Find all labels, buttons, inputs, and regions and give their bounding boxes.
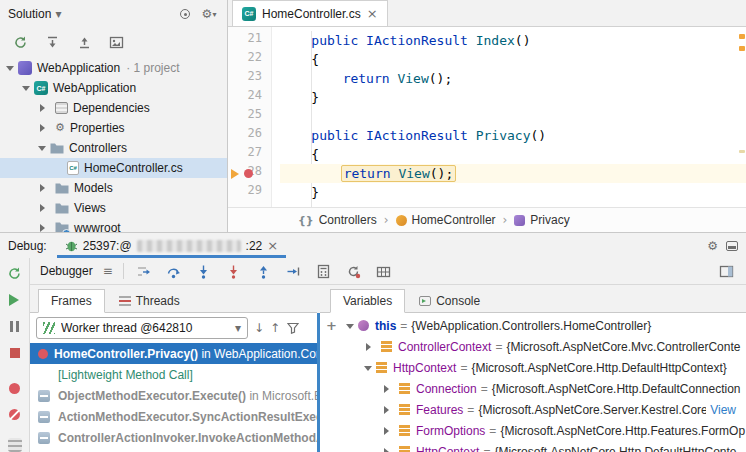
refresh-icon[interactable] xyxy=(10,32,30,52)
tab-console[interactable]: Console xyxy=(407,289,492,313)
move-down-icon[interactable]: ↓ xyxy=(254,321,264,335)
variable-features[interactable]: Features = {Microsoft.AspNetCore.Server.… xyxy=(320,399,746,420)
view-link[interactable]: View xyxy=(706,403,736,417)
console-icon xyxy=(419,296,431,306)
rerun-icon[interactable] xyxy=(5,266,25,281)
chevron-right-icon[interactable] xyxy=(384,427,393,435)
reset-frame-icon[interactable] xyxy=(344,261,364,281)
variables-tree: + this = {WebApplication.Controllers.Hom… xyxy=(320,313,746,452)
chevron-right-icon[interactable] xyxy=(384,448,393,452)
stack-frame-syncactionresult[interactable]: ActionMethodExecutor.SyncActionResultExe… xyxy=(30,406,317,427)
hide-panel-icon[interactable] xyxy=(726,241,738,251)
menu-icon[interactable]: ≡ xyxy=(103,264,113,278)
tree-item-project[interactable]: C# WebApplication xyxy=(0,78,227,98)
tree-item-solution[interactable]: WebApplication · 1 project xyxy=(0,58,227,78)
step-into-icon[interactable] xyxy=(194,261,214,281)
tree-item-homecontroller[interactable]: C# HomeController.cs xyxy=(0,158,227,178)
solution-icon xyxy=(18,61,32,75)
editor-gutter[interactable]: 21 22 23 24 25 26 27 28 29 xyxy=(228,27,272,207)
show-execution-point-icon[interactable] xyxy=(134,261,154,281)
tree-item-dependencies[interactable]: Dependencies xyxy=(0,98,227,118)
stripe-mark[interactable] xyxy=(739,46,745,51)
collapse-all-icon[interactable] xyxy=(74,32,94,52)
breadcrumb-privacy[interactable]: Privacy xyxy=(514,213,569,227)
debug-left-toolbar xyxy=(0,258,30,452)
thread-selector[interactable]: Worker thread @642810 ▾ xyxy=(36,317,248,339)
breadcrumb-controllers[interactable]: {} Controllers xyxy=(298,213,377,227)
chevron-right-icon[interactable] xyxy=(366,343,375,351)
solution-panel-header: Solution ▾ ⚙▾ xyxy=(0,0,227,28)
error-stripe[interactable] xyxy=(739,30,745,206)
chevron-down-icon[interactable] xyxy=(364,366,372,375)
pause-icon[interactable] xyxy=(5,319,25,333)
variable-httpcontext-self[interactable]: HttpContext = {Microsoft.AspNetCore.Http… xyxy=(320,441,746,452)
stripe-mark[interactable] xyxy=(739,34,745,39)
stack-frame-privacy[interactable]: HomeController.Privacy() in WebApplicati… xyxy=(30,343,317,364)
solution-view-dropdown[interactable]: Solution ▾ xyxy=(8,7,61,21)
mute-breakpoints-icon[interactable] xyxy=(5,408,25,422)
expand-all-icon[interactable] xyxy=(42,32,62,52)
variable-controllercontext[interactable]: ControllerContext = {Microsoft.AspNetCor… xyxy=(320,336,746,357)
csharp-project-icon: C# xyxy=(34,81,48,95)
method-icon xyxy=(514,215,525,226)
preview-icon[interactable] xyxy=(106,32,126,52)
stack-frame-execute[interactable]: ObjectMethodExecutor.Execute() in Micros… xyxy=(30,385,317,406)
csharp-file-icon: C# xyxy=(242,7,256,21)
execution-pointer-icon xyxy=(231,169,244,179)
tab-variables[interactable]: Variables xyxy=(330,289,405,313)
tree-item-controllers[interactable]: Controllers xyxy=(0,138,227,158)
memory-view-icon[interactable] xyxy=(374,261,394,281)
solution-toolbar xyxy=(0,28,227,56)
code-area[interactable]: 21 22 23 24 25 26 27 28 29 public IActio… xyxy=(228,27,746,207)
chevron-right-icon[interactable] xyxy=(384,406,393,414)
filter-icon[interactable] xyxy=(286,318,300,338)
debug-tool-window: Debug: 25397:@ :22 × ⚙ xyxy=(0,232,746,452)
chevron-right-icon[interactable] xyxy=(384,385,393,393)
thread-icon xyxy=(43,322,55,334)
stack-frame-lightweight[interactable]: [Lightweight Method Call] xyxy=(30,364,317,385)
run-to-cursor-icon[interactable] xyxy=(284,261,304,281)
web-folder-icon xyxy=(55,221,69,233)
gear-icon[interactable]: ⚙ xyxy=(707,239,718,253)
code-text[interactable]: public IActionResult Index() { return Vi… xyxy=(272,27,746,207)
step-out-icon[interactable] xyxy=(254,261,274,281)
chevron-down-icon xyxy=(22,86,30,95)
step-over-icon[interactable] xyxy=(164,261,184,281)
stop-icon[interactable] xyxy=(5,345,25,359)
stripe-mark[interactable] xyxy=(739,150,745,153)
debug-window-title: Debug: xyxy=(8,239,47,253)
breadcrumb-separator: › xyxy=(503,213,508,227)
breakpoint-icon[interactable] xyxy=(244,169,253,178)
restore-layout-icon[interactable] xyxy=(716,261,736,281)
view-breakpoints-icon[interactable] xyxy=(5,382,25,396)
chevron-right-icon xyxy=(40,224,49,232)
tab-threads[interactable]: Threads xyxy=(107,289,192,313)
breadcrumb-homecontroller[interactable]: HomeController xyxy=(396,213,496,227)
tree-item-wwwroot[interactable]: wwwroot xyxy=(0,218,227,232)
close-icon[interactable]: × xyxy=(267,239,278,252)
editor-tab-homecontroller[interactable]: C# HomeController.cs × xyxy=(232,0,388,26)
tree-item-models[interactable]: Models xyxy=(0,178,227,198)
tree-item-properties[interactable]: ⚙ Properties xyxy=(0,118,227,138)
variable-connection[interactable]: Connection = {Microsoft.AspNetCore.Http.… xyxy=(320,378,746,399)
tab-frames[interactable]: Frames xyxy=(38,289,105,313)
force-step-into-icon[interactable] xyxy=(224,261,244,281)
gear-icon[interactable]: ⚙▾ xyxy=(199,4,219,24)
move-up-icon[interactable]: ↑ xyxy=(270,321,280,335)
resume-icon[interactable] xyxy=(5,293,25,307)
tree-item-views[interactable]: Views xyxy=(0,198,227,218)
stack-frame-invokeactionmethod[interactable]: ControllerActionInvoker.InvokeActionMeth… xyxy=(30,427,317,448)
debug-session-tab[interactable]: 25397:@ :22 × xyxy=(57,233,286,258)
variable-this[interactable]: this = {WebApplication.Controllers.HomeC… xyxy=(320,315,746,336)
variable-formoptions[interactable]: FormOptions = {Microsoft.AspNetCore.Http… xyxy=(320,420,746,441)
stack-frame-partial[interactable] xyxy=(30,448,317,452)
chevron-down-icon[interactable] xyxy=(346,324,354,333)
evaluate-expression-icon[interactable] xyxy=(314,261,334,281)
settings-icon[interactable] xyxy=(5,434,25,452)
field-icon xyxy=(399,425,410,428)
close-icon[interactable]: × xyxy=(367,7,378,20)
variable-httpcontext[interactable]: HttpContext = {Microsoft.AspNetCore.Http… xyxy=(320,357,746,378)
locate-file-icon[interactable] xyxy=(175,4,195,24)
chevron-right-icon xyxy=(40,204,49,212)
chevron-down-icon xyxy=(38,146,46,155)
